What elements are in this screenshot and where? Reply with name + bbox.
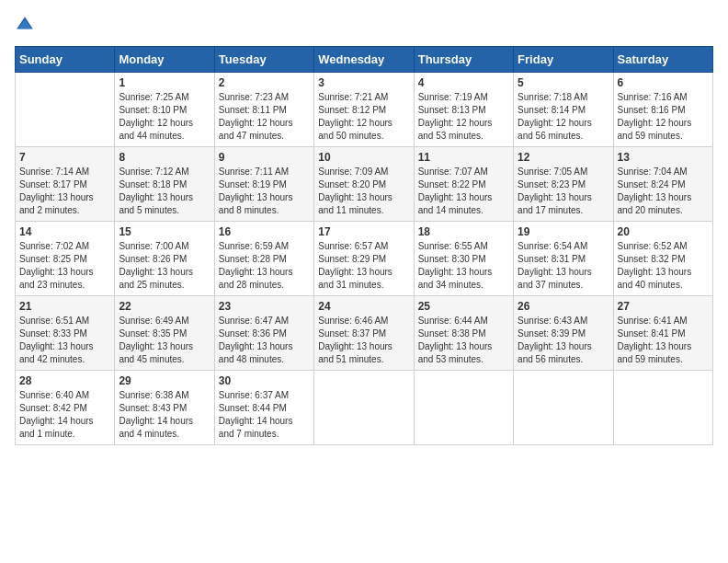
cell-content: Sunrise: 7:18 AMSunset: 8:14 PMDaylight:… <box>518 91 609 143</box>
cell-content: Sunrise: 6:43 AMSunset: 8:39 PMDaylight:… <box>518 315 609 366</box>
column-header-thursday: Thursday <box>414 47 513 73</box>
cell-content: Sunrise: 7:12 AMSunset: 8:18 PMDaylight:… <box>119 166 210 217</box>
calendar-cell: 10Sunrise: 7:09 AMSunset: 8:20 PMDayligh… <box>314 147 414 222</box>
calendar-cell: 1Sunrise: 7:25 AMSunset: 8:10 PMDaylight… <box>115 73 214 147</box>
column-header-saturday: Saturday <box>613 47 712 73</box>
day-number: 3 <box>318 76 409 89</box>
day-number: 8 <box>119 151 210 164</box>
cell-content: Sunrise: 6:52 AMSunset: 8:32 PMDaylight:… <box>618 240 709 292</box>
cell-content: Sunrise: 6:38 AMSunset: 8:43 PMDaylight:… <box>119 389 210 441</box>
cell-content: Sunrise: 6:44 AMSunset: 8:38 PMDaylight:… <box>418 315 509 366</box>
week-row-5: 28Sunrise: 6:40 AMSunset: 8:42 PMDayligh… <box>16 371 713 445</box>
day-number: 1 <box>119 76 210 89</box>
cell-content: Sunrise: 6:49 AMSunset: 8:35 PMDaylight:… <box>119 315 210 366</box>
day-number: 26 <box>518 300 609 313</box>
cell-content: Sunrise: 6:47 AMSunset: 8:36 PMDaylight:… <box>219 315 310 366</box>
calendar-cell <box>16 73 115 147</box>
calendar-cell: 14Sunrise: 7:02 AMSunset: 8:25 PMDayligh… <box>16 222 115 296</box>
week-row-2: 7Sunrise: 7:14 AMSunset: 8:17 PMDaylight… <box>16 147 713 222</box>
calendar-cell <box>314 371 414 445</box>
calendar-cell: 8Sunrise: 7:12 AMSunset: 8:18 PMDaylight… <box>115 147 214 222</box>
calendar-cell: 6Sunrise: 7:16 AMSunset: 8:16 PMDaylight… <box>613 73 712 147</box>
calendar-cell: 16Sunrise: 6:59 AMSunset: 8:28 PMDayligh… <box>214 222 313 296</box>
calendar-cell: 27Sunrise: 6:41 AMSunset: 8:41 PMDayligh… <box>613 296 712 371</box>
day-number: 20 <box>618 225 709 238</box>
cell-content: Sunrise: 7:09 AMSunset: 8:20 PMDaylight:… <box>318 166 409 217</box>
calendar-cell <box>613 371 712 445</box>
day-number: 22 <box>119 300 210 313</box>
day-number: 14 <box>19 225 110 238</box>
week-row-1: 1Sunrise: 7:25 AMSunset: 8:10 PMDaylight… <box>16 73 713 147</box>
day-number: 9 <box>219 151 310 164</box>
cell-content: Sunrise: 7:16 AMSunset: 8:16 PMDaylight:… <box>618 91 709 143</box>
calendar-cell: 25Sunrise: 6:44 AMSunset: 8:38 PMDayligh… <box>414 296 513 371</box>
cell-content: Sunrise: 7:23 AMSunset: 8:11 PMDaylight:… <box>219 91 310 143</box>
calendar-cell: 17Sunrise: 6:57 AMSunset: 8:29 PMDayligh… <box>314 222 414 296</box>
calendar-table: SundayMondayTuesdayWednesdayThursdayFrid… <box>15 46 713 445</box>
day-number: 21 <box>19 300 110 313</box>
calendar-cell: 28Sunrise: 6:40 AMSunset: 8:42 PMDayligh… <box>16 371 115 445</box>
cell-content: Sunrise: 7:19 AMSunset: 8:13 PMDaylight:… <box>418 91 509 143</box>
calendar-cell <box>514 371 613 445</box>
day-number: 10 <box>318 151 409 164</box>
calendar-cell: 2Sunrise: 7:23 AMSunset: 8:11 PMDaylight… <box>214 73 313 147</box>
column-header-wednesday: Wednesday <box>314 47 414 73</box>
column-header-sunday: Sunday <box>16 47 115 73</box>
cell-content: Sunrise: 7:00 AMSunset: 8:26 PMDaylight:… <box>119 240 210 292</box>
calendar-cell: 30Sunrise: 6:37 AMSunset: 8:44 PMDayligh… <box>214 371 313 445</box>
cell-content: Sunrise: 7:02 AMSunset: 8:25 PMDaylight:… <box>19 240 110 292</box>
header-row: SundayMondayTuesdayWednesdayThursdayFrid… <box>16 47 713 73</box>
logo <box>15 15 42 35</box>
day-number: 7 <box>19 151 110 164</box>
cell-content: Sunrise: 6:55 AMSunset: 8:30 PMDaylight:… <box>418 240 509 292</box>
cell-content: Sunrise: 6:59 AMSunset: 8:28 PMDaylight:… <box>219 240 310 292</box>
calendar-cell: 29Sunrise: 6:38 AMSunset: 8:43 PMDayligh… <box>115 371 214 445</box>
calendar-cell: 13Sunrise: 7:04 AMSunset: 8:24 PMDayligh… <box>613 147 712 222</box>
calendar-cell: 5Sunrise: 7:18 AMSunset: 8:14 PMDaylight… <box>514 73 613 147</box>
calendar-cell: 24Sunrise: 6:46 AMSunset: 8:37 PMDayligh… <box>314 296 414 371</box>
cell-content: Sunrise: 7:14 AMSunset: 8:17 PMDaylight:… <box>19 166 110 217</box>
week-row-4: 21Sunrise: 6:51 AMSunset: 8:33 PMDayligh… <box>16 296 713 371</box>
day-number: 18 <box>418 225 509 238</box>
logo-icon <box>15 15 35 35</box>
page-header <box>15 15 713 35</box>
calendar-cell: 7Sunrise: 7:14 AMSunset: 8:17 PMDaylight… <box>16 147 115 222</box>
calendar-cell: 4Sunrise: 7:19 AMSunset: 8:13 PMDaylight… <box>414 73 513 147</box>
day-number: 12 <box>518 151 609 164</box>
calendar-cell: 23Sunrise: 6:47 AMSunset: 8:36 PMDayligh… <box>214 296 313 371</box>
calendar-cell: 22Sunrise: 6:49 AMSunset: 8:35 PMDayligh… <box>115 296 214 371</box>
day-number: 11 <box>418 151 509 164</box>
day-number: 13 <box>618 151 709 164</box>
column-header-tuesday: Tuesday <box>214 47 313 73</box>
day-number: 25 <box>418 300 509 313</box>
calendar-cell: 11Sunrise: 7:07 AMSunset: 8:22 PMDayligh… <box>414 147 513 222</box>
day-number: 29 <box>119 374 210 387</box>
day-number: 15 <box>119 225 210 238</box>
day-number: 23 <box>219 300 310 313</box>
cell-content: Sunrise: 7:05 AMSunset: 8:23 PMDaylight:… <box>518 166 609 217</box>
calendar-cell: 20Sunrise: 6:52 AMSunset: 8:32 PMDayligh… <box>613 222 712 296</box>
day-number: 16 <box>219 225 310 238</box>
day-number: 2 <box>219 76 310 89</box>
calendar-cell: 26Sunrise: 6:43 AMSunset: 8:39 PMDayligh… <box>514 296 613 371</box>
calendar-cell: 21Sunrise: 6:51 AMSunset: 8:33 PMDayligh… <box>16 296 115 371</box>
calendar-cell: 18Sunrise: 6:55 AMSunset: 8:30 PMDayligh… <box>414 222 513 296</box>
cell-content: Sunrise: 6:57 AMSunset: 8:29 PMDaylight:… <box>318 240 409 292</box>
day-number: 5 <box>518 76 609 89</box>
day-number: 19 <box>518 225 609 238</box>
column-header-monday: Monday <box>115 47 214 73</box>
day-number: 28 <box>19 374 110 387</box>
cell-content: Sunrise: 6:41 AMSunset: 8:41 PMDaylight:… <box>618 315 709 366</box>
cell-content: Sunrise: 6:46 AMSunset: 8:37 PMDaylight:… <box>318 315 409 366</box>
cell-content: Sunrise: 6:37 AMSunset: 8:44 PMDaylight:… <box>219 389 310 441</box>
day-number: 27 <box>618 300 709 313</box>
calendar-cell: 3Sunrise: 7:21 AMSunset: 8:12 PMDaylight… <box>314 73 414 147</box>
calendar-cell: 19Sunrise: 6:54 AMSunset: 8:31 PMDayligh… <box>514 222 613 296</box>
day-number: 4 <box>418 76 509 89</box>
cell-content: Sunrise: 7:21 AMSunset: 8:12 PMDaylight:… <box>318 91 409 143</box>
day-number: 30 <box>219 374 310 387</box>
calendar-cell: 9Sunrise: 7:11 AMSunset: 8:19 PMDaylight… <box>214 147 313 222</box>
cell-content: Sunrise: 6:51 AMSunset: 8:33 PMDaylight:… <box>19 315 110 366</box>
column-header-friday: Friday <box>514 47 613 73</box>
week-row-3: 14Sunrise: 7:02 AMSunset: 8:25 PMDayligh… <box>16 222 713 296</box>
